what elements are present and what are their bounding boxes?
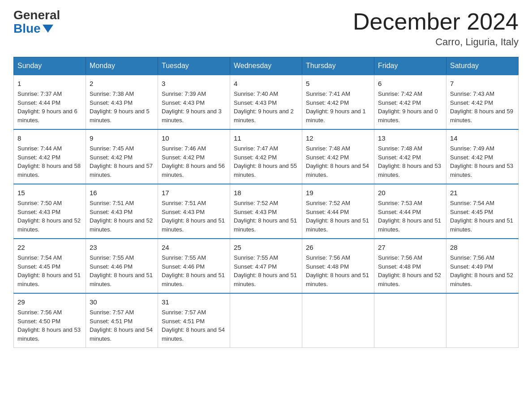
day-cell: 30Sunrise: 7:57 AMSunset: 4:51 PMDayligh… xyxy=(86,293,158,348)
logo-blue-text: Blue xyxy=(13,21,53,36)
day-cell: 15Sunrise: 7:50 AMSunset: 4:43 PMDayligh… xyxy=(14,184,86,239)
day-cell: 14Sunrise: 7:49 AMSunset: 4:42 PMDayligh… xyxy=(446,129,519,184)
day-cell: 8Sunrise: 7:44 AMSunset: 4:42 PMDaylight… xyxy=(14,129,86,184)
day-cell: 18Sunrise: 7:52 AMSunset: 4:43 PMDayligh… xyxy=(230,184,302,239)
logo: General Blue xyxy=(13,9,60,36)
day-cell: 7Sunrise: 7:43 AMSunset: 4:42 PMDaylight… xyxy=(446,75,519,129)
day-number: 28 xyxy=(450,243,515,253)
day-number: 23 xyxy=(90,243,154,253)
day-info: Sunrise: 7:41 AMSunset: 4:42 PMDaylight:… xyxy=(306,90,366,124)
page-header: General Blue December 2024 Carro, Liguri… xyxy=(13,9,519,48)
col-header-wednesday: Wednesday xyxy=(230,57,302,75)
day-number: 31 xyxy=(162,297,226,307)
day-info: Sunrise: 7:52 AMSunset: 4:43 PMDaylight:… xyxy=(234,200,297,233)
day-cell: 3Sunrise: 7:39 AMSunset: 4:43 PMDaylight… xyxy=(158,75,230,129)
week-row-5: 29Sunrise: 7:56 AMSunset: 4:50 PMDayligh… xyxy=(14,293,519,348)
col-header-thursday: Thursday xyxy=(302,57,374,75)
day-number: 27 xyxy=(378,243,442,253)
day-info: Sunrise: 7:56 AMSunset: 4:48 PMDaylight:… xyxy=(378,254,441,287)
week-row-1: 1Sunrise: 7:37 AMSunset: 4:44 PMDaylight… xyxy=(14,75,519,129)
day-info: Sunrise: 7:52 AMSunset: 4:44 PMDaylight:… xyxy=(306,200,369,233)
day-cell: 5Sunrise: 7:41 AMSunset: 4:42 PMDaylight… xyxy=(302,75,374,129)
day-number: 9 xyxy=(90,133,154,143)
col-header-saturday: Saturday xyxy=(446,57,519,75)
day-info: Sunrise: 7:48 AMSunset: 4:42 PMDaylight:… xyxy=(306,145,369,178)
day-info: Sunrise: 7:53 AMSunset: 4:44 PMDaylight:… xyxy=(378,200,441,233)
day-number: 13 xyxy=(378,133,442,143)
day-cell: 25Sunrise: 7:55 AMSunset: 4:47 PMDayligh… xyxy=(230,239,302,293)
day-cell: 9Sunrise: 7:45 AMSunset: 4:42 PMDaylight… xyxy=(86,129,158,184)
day-info: Sunrise: 7:38 AMSunset: 4:43 PMDaylight:… xyxy=(90,90,150,124)
day-number: 3 xyxy=(162,79,226,89)
day-info: Sunrise: 7:56 AMSunset: 4:50 PMDaylight:… xyxy=(17,309,81,342)
day-cell: 31Sunrise: 7:57 AMSunset: 4:51 PMDayligh… xyxy=(158,293,230,348)
day-cell: 17Sunrise: 7:51 AMSunset: 4:43 PMDayligh… xyxy=(158,184,230,239)
day-cell xyxy=(446,293,519,348)
day-info: Sunrise: 7:50 AMSunset: 4:43 PMDaylight:… xyxy=(17,200,81,233)
day-number: 12 xyxy=(306,133,370,143)
week-row-3: 15Sunrise: 7:50 AMSunset: 4:43 PMDayligh… xyxy=(14,184,519,239)
day-cell: 16Sunrise: 7:51 AMSunset: 4:43 PMDayligh… xyxy=(86,184,158,239)
day-info: Sunrise: 7:39 AMSunset: 4:43 PMDaylight:… xyxy=(162,90,222,124)
day-number: 26 xyxy=(306,243,370,253)
day-cell: 6Sunrise: 7:42 AMSunset: 4:42 PMDaylight… xyxy=(374,75,446,129)
day-info: Sunrise: 7:49 AMSunset: 4:42 PMDaylight:… xyxy=(450,145,513,178)
day-number: 24 xyxy=(162,243,226,253)
day-cell xyxy=(374,293,446,348)
day-info: Sunrise: 7:43 AMSunset: 4:42 PMDaylight:… xyxy=(450,90,513,124)
month-title: December 2024 xyxy=(353,9,519,34)
day-cell: 26Sunrise: 7:56 AMSunset: 4:48 PMDayligh… xyxy=(302,239,374,293)
day-info: Sunrise: 7:57 AMSunset: 4:51 PMDaylight:… xyxy=(162,309,225,342)
day-number: 18 xyxy=(234,188,298,198)
day-number: 14 xyxy=(450,133,515,143)
day-number: 21 xyxy=(450,188,515,198)
header-row: SundayMondayTuesdayWednesdayThursdayFrid… xyxy=(14,57,519,75)
day-info: Sunrise: 7:46 AMSunset: 4:42 PMDaylight:… xyxy=(162,145,225,178)
day-info: Sunrise: 7:45 AMSunset: 4:42 PMDaylight:… xyxy=(90,145,153,178)
day-number: 6 xyxy=(378,79,442,89)
day-cell xyxy=(230,293,302,348)
location-title: Carro, Liguria, Italy xyxy=(353,36,519,48)
day-info: Sunrise: 7:51 AMSunset: 4:43 PMDaylight:… xyxy=(162,200,225,233)
day-cell: 23Sunrise: 7:55 AMSunset: 4:46 PMDayligh… xyxy=(86,239,158,293)
day-number: 17 xyxy=(162,188,226,198)
col-header-tuesday: Tuesday xyxy=(158,57,230,75)
day-number: 20 xyxy=(378,188,442,198)
day-cell: 22Sunrise: 7:54 AMSunset: 4:45 PMDayligh… xyxy=(14,239,86,293)
day-info: Sunrise: 7:55 AMSunset: 4:46 PMDaylight:… xyxy=(162,254,225,287)
day-cell: 2Sunrise: 7:38 AMSunset: 4:43 PMDaylight… xyxy=(86,75,158,129)
day-info: Sunrise: 7:56 AMSunset: 4:48 PMDaylight:… xyxy=(306,254,369,287)
day-cell: 11Sunrise: 7:47 AMSunset: 4:42 PMDayligh… xyxy=(230,129,302,184)
day-number: 19 xyxy=(306,188,370,198)
day-info: Sunrise: 7:51 AMSunset: 4:43 PMDaylight:… xyxy=(90,200,153,233)
day-cell: 1Sunrise: 7:37 AMSunset: 4:44 PMDaylight… xyxy=(14,75,86,129)
day-info: Sunrise: 7:54 AMSunset: 4:45 PMDaylight:… xyxy=(450,200,513,233)
day-info: Sunrise: 7:47 AMSunset: 4:42 PMDaylight:… xyxy=(234,145,297,178)
col-header-monday: Monday xyxy=(86,57,158,75)
day-cell: 27Sunrise: 7:56 AMSunset: 4:48 PMDayligh… xyxy=(374,239,446,293)
day-info: Sunrise: 7:57 AMSunset: 4:51 PMDaylight:… xyxy=(90,309,153,342)
day-info: Sunrise: 7:56 AMSunset: 4:49 PMDaylight:… xyxy=(450,254,513,287)
logo-triangle-icon xyxy=(43,25,53,33)
day-info: Sunrise: 7:44 AMSunset: 4:42 PMDaylight:… xyxy=(17,145,81,178)
col-header-friday: Friday xyxy=(374,57,446,75)
day-number: 30 xyxy=(90,297,154,307)
day-number: 15 xyxy=(17,188,82,198)
day-cell: 29Sunrise: 7:56 AMSunset: 4:50 PMDayligh… xyxy=(14,293,86,348)
day-cell xyxy=(302,293,374,348)
day-info: Sunrise: 7:37 AMSunset: 4:44 PMDaylight:… xyxy=(17,90,77,124)
day-cell: 19Sunrise: 7:52 AMSunset: 4:44 PMDayligh… xyxy=(302,184,374,239)
day-number: 29 xyxy=(17,297,82,307)
week-row-2: 8Sunrise: 7:44 AMSunset: 4:42 PMDaylight… xyxy=(14,129,519,184)
day-cell: 13Sunrise: 7:48 AMSunset: 4:42 PMDayligh… xyxy=(374,129,446,184)
day-cell: 4Sunrise: 7:40 AMSunset: 4:43 PMDaylight… xyxy=(230,75,302,129)
day-number: 16 xyxy=(90,188,154,198)
day-number: 8 xyxy=(17,133,82,143)
day-number: 4 xyxy=(234,79,298,89)
day-number: 1 xyxy=(17,79,82,89)
day-cell: 20Sunrise: 7:53 AMSunset: 4:44 PMDayligh… xyxy=(374,184,446,239)
day-cell: 10Sunrise: 7:46 AMSunset: 4:42 PMDayligh… xyxy=(158,129,230,184)
day-number: 11 xyxy=(234,133,298,143)
day-info: Sunrise: 7:55 AMSunset: 4:47 PMDaylight:… xyxy=(234,254,297,287)
day-info: Sunrise: 7:42 AMSunset: 4:42 PMDaylight:… xyxy=(378,90,438,124)
